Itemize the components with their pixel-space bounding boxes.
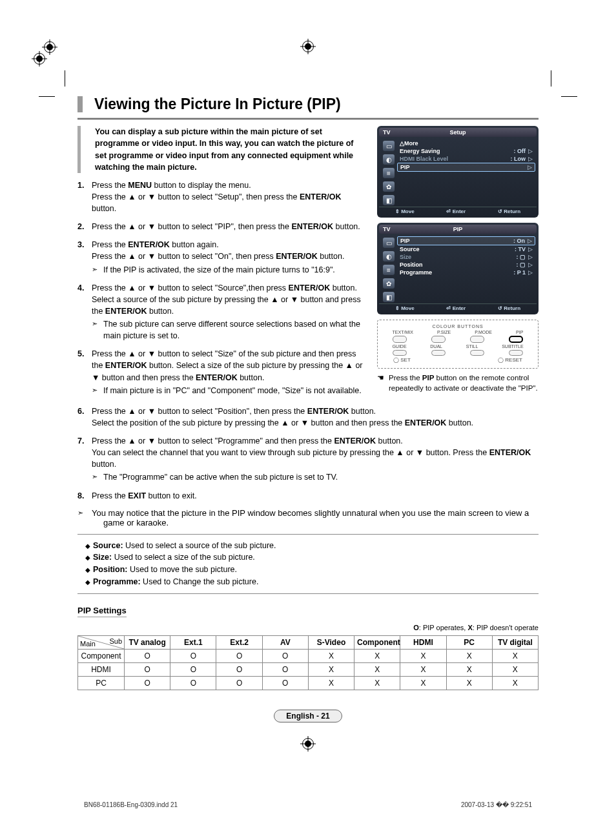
table-header: S-Video <box>308 635 354 649</box>
input-icon: ◧ <box>383 195 395 205</box>
table-header: TV digital <box>492 635 538 649</box>
remote-set: ◯ SET <box>393 357 411 363</box>
channel-icon: ≡ <box>383 168 395 178</box>
step-item: 5.Press the ▲ or ▼ button to select "Siz… <box>92 348 365 396</box>
setup-icon: ✿ <box>383 181 395 192</box>
step-note: If the PIP is activated, the size of the… <box>92 264 365 276</box>
remote-label: DUAL <box>430 344 442 349</box>
remote-label: PIP <box>516 330 523 334</box>
remote-reset: ◯ RESET <box>498 357 522 363</box>
osd-footer-item: ↺ Return <box>498 209 520 214</box>
sound-icon: ◐ <box>383 154 395 165</box>
right-column: TVSetup ▭ ◐ ≡ ✿ ◧ △MoreEnergy Saving: Of… <box>377 126 539 403</box>
osd-line: Programme: P 1▷ <box>397 269 535 276</box>
remote-label: P.MODE <box>475 330 492 334</box>
title-rule <box>77 118 539 119</box>
picture-icon: ▭ <box>383 238 395 248</box>
osd-setup-panel: TVSetup ▭ ◐ ≡ ✿ ◧ △MoreEnergy Saving: Of… <box>377 126 539 218</box>
osd-footer-item: ⏎ Enter <box>446 209 466 214</box>
step-note: If main picture is in "PC" and "Componen… <box>92 385 365 396</box>
table-row: HDMIOOOOXXXXX <box>78 662 539 676</box>
table-header: PC <box>446 635 492 649</box>
osd-line: Position: ▢▷ <box>397 261 535 269</box>
table-row: PCOOOOXXXXX <box>78 676 539 690</box>
footer-file: BN68-01186B-Eng-0309.indd 21 <box>84 801 178 808</box>
step-item: 1.Press the MENU button to display the m… <box>92 179 365 214</box>
remote-button <box>431 350 446 356</box>
remote-label: TEXT/MIX <box>393 330 413 334</box>
table-header: Ext.1 <box>170 635 216 649</box>
left-column: You can display a sub picture within the… <box>77 126 365 403</box>
input-icon: ◧ <box>383 292 395 302</box>
table-header: AV <box>262 635 308 649</box>
table-header: Component <box>354 635 400 649</box>
step-item: 2.Press the ▲ or ▼ button to select "PIP… <box>92 221 365 232</box>
registration-mark-bottom <box>302 738 314 750</box>
steps-list: 1.Press the MENU button to display the m… <box>77 179 365 396</box>
print-footer: BN68-01186B-Eng-0309.indd 21 2007-03-13 … <box>39 799 577 808</box>
picture-icon: ▭ <box>383 141 395 151</box>
pip-settings-heading: PIP Settings <box>77 606 127 617</box>
definition-row: ◆Programme: Used to Change the sub pictu… <box>85 576 531 588</box>
channel-icon: ≡ <box>383 265 395 275</box>
step-note: The "Programme" can be active when the s… <box>92 471 539 483</box>
table-header: TV analog <box>125 635 170 649</box>
definition-row: ◆Size: Used to select a size of the sub … <box>85 551 531 564</box>
step-item: 6.Press the ▲ or ▼ button to select "Pos… <box>92 405 539 429</box>
remote-label: SUBTITLE <box>502 344 523 349</box>
step-item: 4.Press the ▲ or ▼ button to select "Sou… <box>92 282 365 342</box>
table-row: ComponentOOOOXXXXX <box>78 649 539 662</box>
remote-label: GUIDE <box>392 344 406 349</box>
remote-button <box>509 336 523 343</box>
osd-line: PIP: On▷ <box>397 236 535 245</box>
osd-footer: ⇕ Move⏎ Enter↺ Return <box>379 303 537 312</box>
table-header: Ext.2 <box>216 635 262 649</box>
remote-button <box>393 350 407 356</box>
remote-label: STILL <box>466 344 478 349</box>
page-title: Viewing the Picture In Picture (PIP) <box>77 96 539 112</box>
closing-note: You may notice that the picture in the P… <box>77 508 539 528</box>
definitions-box: ◆Source: Used to select a source of the … <box>77 534 539 594</box>
remote-label: P.SIZE <box>437 330 451 334</box>
osd-footer-item: ⇕ Move <box>395 305 415 311</box>
osd-footer-item: ⏎ Enter <box>446 305 466 311</box>
osd-title: Setup <box>449 129 466 136</box>
osd-line: HDMI Black Level: Low▷ <box>397 155 535 163</box>
definition-row: ◆Source: Used to select a source of the … <box>85 540 531 552</box>
remote-note: ☚ Press the PIP button on the remote con… <box>377 373 539 393</box>
step-note: The sub picture can serve different sour… <box>92 318 365 342</box>
osd-tag: TV <box>383 129 391 136</box>
step-item: 7.Press the ▲ or ▼ button to select "Pro… <box>92 435 539 484</box>
registration-mark-top <box>302 41 314 52</box>
osd-footer-item: ⇕ Move <box>395 209 415 214</box>
definition-row: ◆Position: Used to move the sub picture. <box>85 564 531 576</box>
osd-footer-item: ↺ Return <box>498 305 520 311</box>
remote-button <box>509 350 523 356</box>
table-corner: MainSub <box>78 635 125 649</box>
table-header: HDMI <box>400 635 446 649</box>
osd-line: Source: TV▷ <box>397 245 535 253</box>
remote-diagram: COLOUR BUTTONS TEXT/MIXP.SIZEP.MODEPIP G… <box>377 320 539 369</box>
osd-title: PIP <box>453 226 463 232</box>
footer-timestamp: 2007-03-13 �� 9:22:51 <box>461 801 532 808</box>
remote-button <box>431 336 446 343</box>
step-item: 3.Press the ENTER/OK button again.Press … <box>92 239 365 275</box>
page-number: English - 21 <box>77 710 539 722</box>
intro-text: You can display a sub picture within the… <box>77 126 365 173</box>
osd-line: △More <box>397 139 535 147</box>
step-item: 8.Press the EXIT button to exit. <box>92 490 539 502</box>
compat-table: MainSubTV analogExt.1Ext.2AVS-VideoCompo… <box>77 635 539 690</box>
osd-pip-panel: TVPIP ▭ ◐ ≡ ✿ ◧ PIP: On▷Source: TV▷Size:… <box>377 223 539 314</box>
osd-icon-strip: ▭ ◐ ≡ ✿ ◧ <box>380 139 397 205</box>
setup-icon: ✿ <box>383 278 395 289</box>
remote-button <box>393 336 407 343</box>
page: Viewing the Picture In Picture (PIP) You… <box>39 70 577 787</box>
remote-button <box>470 336 484 343</box>
osd-footer: ⇕ Move⏎ Enter↺ Return <box>379 207 537 216</box>
osd-icon-strip: ▭ ◐ ≡ ✿ ◧ <box>380 236 397 302</box>
steps-list-full: 6.Press the ▲ or ▼ button to select "Pos… <box>77 405 539 502</box>
registration-mark-right <box>34 53 45 65</box>
osd-line: PIP▷ <box>397 163 535 172</box>
registration-mark-left <box>44 41 56 53</box>
remote-header: COLOUR BUTTONS <box>380 324 535 329</box>
